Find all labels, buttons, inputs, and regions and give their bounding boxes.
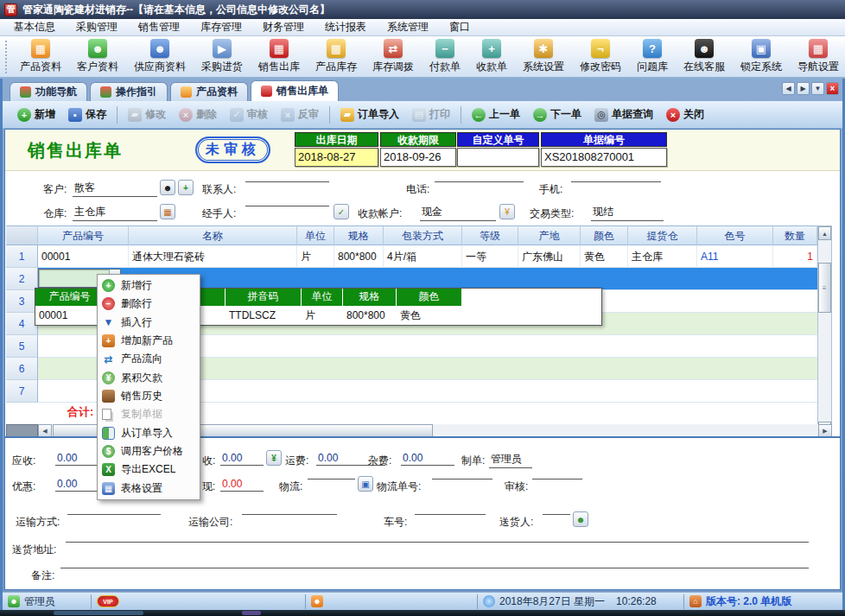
account-lookup-icon[interactable]: ¥ (499, 204, 515, 219)
tab-scroll-left-icon[interactable]: ◀ (782, 82, 795, 95)
col-header-shade-no[interactable]: 色号 (697, 225, 773, 245)
menu-customer-price[interactable]: $调用客户价格 (98, 442, 200, 460)
scroll-up-icon[interactable]: ▲ (818, 226, 831, 240)
menu-window[interactable]: 窗口 (439, 18, 480, 36)
toolbar-lock[interactable]: ▣锁定系统 (733, 38, 790, 75)
tab-scroll-right-icon[interactable]: ▶ (797, 82, 810, 95)
trade-type-field[interactable]: 现结 (591, 205, 664, 221)
note-field[interactable] (60, 556, 809, 568)
add-customer-icon[interactable]: + (178, 180, 194, 195)
tab-list-chevron-icon[interactable]: ▼ (811, 82, 824, 95)
menu-purchase[interactable]: 采购管理 (66, 18, 128, 36)
dd-cell-pinyin[interactable]: TTDLSCZ (226, 306, 302, 325)
menu-basic-info[interactable]: 基本信息 (3, 18, 66, 36)
tab-product-data[interactable]: 产品资料 (170, 82, 248, 101)
col-header-packing[interactable]: 包装方式 (384, 225, 462, 245)
scroll-thumb[interactable]: ≡ (818, 263, 831, 313)
col-header-pick-warehouse[interactable]: 提货仓 (628, 225, 697, 245)
menu-copy-doc[interactable]: 复制单据 (98, 405, 200, 423)
transport-company-field[interactable] (242, 502, 337, 515)
logistics-field[interactable] (308, 467, 355, 479)
row-number[interactable]: 2 (6, 268, 38, 290)
warehouse-lookup-icon[interactable]: ▦ (160, 204, 175, 219)
next-doc-button[interactable]: →下一单 (527, 105, 588, 124)
menu-system[interactable]: 系统管理 (377, 18, 439, 36)
menu-sales[interactable]: 销售管理 (128, 18, 190, 36)
table-row[interactable]: 00001 通体大理石瓷砖 片 800*800 4片/箱 一等 广东佛山 黄色 … (38, 245, 817, 268)
deliverer-lookup-icon[interactable]: ☻ (573, 511, 588, 527)
warehouse-field[interactable]: 主仓库 (73, 205, 157, 221)
new-button[interactable]: +新增 (11, 105, 61, 124)
toolbar-service[interactable]: ☻在线客服 (676, 38, 733, 75)
prev-doc-button[interactable]: ←上一单 (466, 105, 526, 124)
menu-insert-row[interactable]: ▼插入行 (98, 314, 200, 332)
save-button[interactable]: ▪保存 (62, 105, 112, 124)
discount-field[interactable]: 0.00 (55, 478, 97, 492)
menu-reports[interactable]: 统计报表 (314, 18, 377, 36)
menu-finance[interactable]: 财务管理 (252, 18, 314, 36)
menu-inventory[interactable]: 库存管理 (190, 18, 252, 36)
receivable-field[interactable]: 0.00 (55, 452, 97, 466)
delete-button[interactable]: ×删除 (173, 105, 223, 124)
due-date-field[interactable]: 2018-09-26 (380, 148, 456, 167)
toolbar-customer[interactable]: ☻客户资料 (69, 38, 126, 75)
row-number[interactable]: 1 (6, 245, 38, 268)
grid-vertical-scrollbar[interactable]: ▲ ≡ ▼ (817, 225, 832, 436)
misc-field[interactable]: 0.00 (401, 452, 454, 466)
audit-button[interactable]: ✓审核 (224, 105, 274, 124)
menu-delete-row[interactable]: −删除行 (98, 295, 200, 313)
contact-field[interactable] (245, 169, 329, 182)
row-number[interactable]: 5 (6, 335, 38, 358)
title-bar[interactable]: 管 管家通陶瓷建材进销存--【请在基本信息，公司信息中修改公司名】 (0, 0, 845, 19)
row-number[interactable]: 3 (6, 290, 38, 313)
toolbar-settings[interactable]: ✱系统设置 (515, 38, 572, 75)
toolbar-transfer[interactable]: ⇄库存调拨 (365, 38, 422, 75)
dd-cell-unit[interactable]: 片 (302, 306, 343, 325)
edit-button[interactable]: ▰修改 (122, 105, 172, 124)
toolbar-stock[interactable]: ▦产品库存 (308, 38, 365, 75)
col-header-unit[interactable]: 单位 (297, 225, 334, 245)
handler-lookup-icon[interactable]: ✓ (334, 204, 349, 219)
col-header-spec[interactable]: 规格 (334, 225, 384, 245)
menu-table-settings[interactable]: ▦表格设置 (98, 479, 200, 498)
menu-add-product[interactable]: +增加新产品 (98, 332, 200, 350)
logistics-lookup-icon[interactable]: ▣ (358, 476, 373, 492)
yen-calc-icon[interactable]: ¥ (266, 450, 282, 466)
col-header-origin[interactable]: 产地 (518, 225, 581, 245)
tab-function-nav[interactable]: 功能导航 (10, 82, 87, 101)
toolbar-purchase[interactable]: ▶采购进货 (194, 38, 251, 75)
doc-query-button[interactable]: ◎单据查询 (588, 105, 659, 124)
transport-mode-field[interactable] (67, 502, 161, 515)
dd-cell-spec[interactable]: 800*800 (343, 306, 397, 325)
plate-field[interactable] (415, 502, 486, 515)
col-header-color[interactable]: 颜色 (581, 225, 628, 245)
toolbar-sales-out[interactable]: ▦销售出库 (251, 38, 308, 75)
menu-product-flow[interactable]: ⇄产品流向 (98, 350, 200, 368)
tab-sales-out-order[interactable]: 销售出库单 (251, 80, 339, 101)
custom-no-field[interactable] (457, 148, 539, 167)
col-header-name[interactable]: 名称 (129, 225, 297, 245)
handler-field[interactable] (245, 194, 329, 206)
menu-import-order[interactable]: 从订单导入 (98, 424, 200, 442)
toolbar-product[interactable]: ▦产品资料 (12, 38, 69, 75)
mobile-field[interactable] (571, 169, 661, 182)
tab-close-icon[interactable]: × (826, 82, 839, 95)
deliverer-field[interactable] (543, 502, 570, 515)
print-button[interactable]: ▤打印 (406, 105, 456, 124)
toolbar-supplier[interactable]: ☻供应商资料 (126, 38, 194, 75)
logistics-no-field[interactable] (432, 467, 492, 479)
tab-guide[interactable]: 操作指引 (90, 82, 168, 101)
unaudit-button[interactable]: ×反审 (275, 105, 325, 124)
toolbar-nav-settings[interactable]: ▦导航设置 (790, 38, 845, 75)
toolbar-payment[interactable]: −付款单 (422, 38, 468, 75)
row-number[interactable]: 4 (6, 313, 38, 335)
col-header-qty[interactable]: 数量 (773, 225, 817, 245)
customer-lookup-icon[interactable]: ☻ (160, 180, 175, 195)
row-number[interactable]: 7 (6, 380, 38, 403)
account-field[interactable]: 现金 (420, 205, 496, 221)
toolbar-faq[interactable]: ?问题库 (629, 38, 676, 75)
col-header-grade[interactable]: 等级 (462, 225, 518, 245)
menu-sales-history[interactable]: 销售历史 (98, 387, 200, 405)
out-date-field[interactable]: 2018-08-27 (295, 148, 378, 167)
auditor-field[interactable] (532, 467, 582, 479)
